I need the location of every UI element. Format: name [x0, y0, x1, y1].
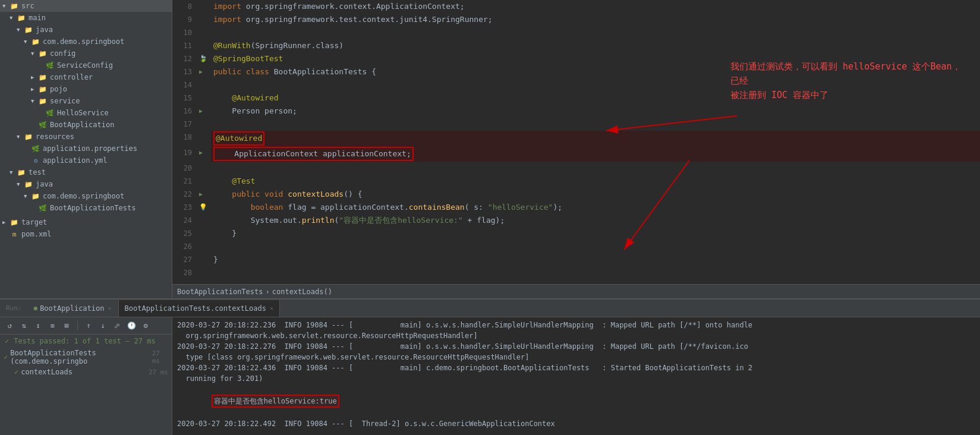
sidebar-item-bootapplication[interactable]: 🌿 BootApplication: [0, 119, 172, 131]
suite-label: BootApplicationTests (com.demo.springbo: [10, 349, 148, 365]
settings-button[interactable]: ⚙: [140, 320, 152, 332]
code-content[interactable]: 8 import org.springframework.context.App…: [172, 0, 980, 284]
sidebar-item-app-yml[interactable]: ⚙ application.yml: [0, 155, 172, 166]
sidebar-item-serviceconfig[interactable]: 🌿 ServiceConfig: [0, 59, 172, 71]
arrow-service: ▼: [31, 98, 38, 104]
console-output[interactable]: 2020-03-27 20:18:22.236 INFO 19084 --- […: [172, 317, 980, 435]
code-editor-area: 8 import org.springframework.context.App…: [172, 0, 980, 298]
code-line-14: 14: [172, 78, 980, 92]
code-line-13: 13 ▶ public class BootApplicationTests {: [172, 65, 980, 78]
line-number-10: 10: [172, 26, 199, 39]
sidebar-label-main: main: [29, 14, 46, 22]
tab-close-boot[interactable]: ✕: [108, 305, 112, 311]
filter-button[interactable]: ≡: [46, 320, 58, 332]
sidebar-item-service[interactable]: ▼ 📁 service: [0, 95, 172, 107]
sidebar-label-java: java: [36, 26, 53, 34]
folder-icon-service: 📁: [38, 96, 48, 106]
sidebar-item-boottests[interactable]: 🌿 BootApplicationTests: [0, 202, 172, 214]
arrow-pojo: ▶: [31, 86, 38, 92]
tab-boot-application[interactable]: ● BootApplication ✕: [28, 300, 118, 317]
history-button[interactable]: 🕐: [125, 320, 137, 332]
code-line-16: 16 ▶ Person person;: [172, 105, 980, 118]
run-gutter-icon-22[interactable]: ▶: [199, 191, 203, 197]
line-code-27: }: [211, 253, 980, 266]
sidebar-label-java2: java: [36, 180, 53, 188]
line-code-24: System.out.println("容器中是否包含helloService:…: [211, 214, 980, 227]
folder-icon-resources: 📁: [24, 132, 33, 141]
sidebar-item-controller[interactable]: ▶ 📁 controller: [0, 71, 172, 83]
line-number-27: 27: [172, 253, 199, 266]
tab-label-tests: BootApplicationTests.contextLoads: [125, 304, 266, 313]
check-icon: ✓: [5, 337, 9, 345]
sidebar-item-src[interactable]: ▼ 📁 src: [0, 0, 172, 12]
code-line-25: 25 }: [172, 227, 980, 240]
line-number-14: 14: [172, 78, 199, 92]
arrow-java: ▼: [17, 27, 24, 33]
gutter-28: [199, 266, 211, 279]
gutter-14: [199, 78, 211, 92]
export-button[interactable]: ⬀: [111, 320, 123, 332]
expand-button[interactable]: ⊞: [61, 320, 73, 332]
bottom-content: ↺ ⇅ ↕ ≡ ⊞ ↑ ↓ ⬀ 🕐 ⚙ ✓ Tests passed: 1 of…: [0, 317, 980, 435]
code-line-19: 19 ▶ ApplicationContext applicationConte…: [172, 146, 980, 162]
sort-alpha-button[interactable]: ↕: [32, 320, 44, 332]
test-suite-item[interactable]: ✓ BootApplicationTests (com.demo.springb…: [0, 348, 172, 367]
java-icon-boottests: 🌿: [38, 203, 48, 213]
sidebar-label-boottests: BootApplicationTests: [50, 204, 136, 212]
sidebar-item-pom[interactable]: m pom.xml: [0, 228, 172, 240]
tab-label-boot: BootApplication: [40, 304, 104, 313]
highlighted-output: 容器中是否包含helloService:true: [212, 395, 339, 408]
console-line-5: 2020-03-27 20:18:22.436 INFO 19084 --- […: [177, 363, 975, 373]
tab-close-tests[interactable]: ✕: [270, 305, 273, 311]
line-code-11: @RunWith(SpringRunner.class): [211, 39, 980, 52]
arrow-resources: ▼: [17, 134, 24, 140]
sidebar-item-resources[interactable]: ▼ 📁 resources: [0, 131, 172, 143]
code-line-23: 23 💡 boolean flag = applicationContext.c…: [172, 201, 980, 214]
code-line-26: 26: [172, 240, 980, 253]
code-line-27: 27 }: [172, 253, 980, 266]
sidebar-item-target[interactable]: ▶ 📁 target: [0, 216, 172, 228]
code-line-15: 15 @Autowired: [172, 92, 980, 105]
yaml-icon-app-yml: ⚙: [31, 156, 40, 165]
sidebar-item-helloservice[interactable]: 🌿 HelloService: [0, 107, 172, 119]
sidebar-item-main[interactable]: ▼ 📁 main: [0, 12, 172, 24]
sidebar-item-com-demo[interactable]: ▼ 📁 com.demo.springboot: [0, 36, 172, 48]
run-gutter-icon-16[interactable]: ▶: [199, 108, 203, 114]
sidebar-item-com-demo2[interactable]: ▼ 📁 com.demo.springboot: [0, 190, 172, 202]
test-panel-left: ↺ ⇅ ↕ ≡ ⊞ ↑ ↓ ⬀ 🕐 ⚙ ✓ Tests passed: 1 of…: [0, 317, 172, 435]
line-number-11: 11: [172, 39, 199, 52]
rerun-button[interactable]: ↺: [4, 320, 15, 332]
tab-boot-tests[interactable]: BootApplicationTests.contextLoads ✕: [118, 300, 280, 317]
console-line-6: running for 3.201): [177, 373, 975, 384]
line-number-24: 24: [172, 214, 199, 227]
line-code-28: [211, 266, 980, 279]
sidebar-label-pojo: pojo: [50, 85, 67, 93]
sidebar-label-target: target: [21, 218, 47, 226]
sidebar-item-java[interactable]: ▼ 📁 java: [0, 24, 172, 36]
run-gutter-icon-19[interactable]: ▶: [199, 149, 203, 156]
down-button[interactable]: ↓: [97, 320, 109, 332]
gutter-9: [199, 13, 211, 26]
run-label: Run:: [2, 304, 26, 312]
line-number-9: 9: [172, 13, 199, 26]
line-code-17: [211, 118, 980, 131]
line-number-26: 26: [172, 240, 199, 253]
sort-by-time-button[interactable]: ⇅: [18, 320, 30, 332]
sidebar-item-config[interactable]: ▼ 📁 config: [0, 48, 172, 59]
folder-icon-pojo: 📁: [38, 84, 48, 94]
test-method-item[interactable]: ✓ contextLoads 27 ms: [0, 367, 172, 377]
sidebar-item-app-props[interactable]: 🌿 application.properties: [0, 143, 172, 155]
xml-icon-pom: m: [10, 229, 19, 239]
run-gutter-icon-13[interactable]: ▶: [199, 68, 203, 75]
suite-time: 27 ms: [152, 349, 168, 365]
sidebar-item-test[interactable]: ▼ 📁 test: [0, 166, 172, 178]
code-line-12: 12 🍃 @SpringBootTest: [172, 52, 980, 65]
console-line-highlighted: 容器中是否包含helloService:true: [177, 384, 975, 418]
suite-check-icon: ✓: [4, 353, 8, 361]
sidebar-item-pojo[interactable]: ▶ 📁 pojo: [0, 83, 172, 95]
gutter-19: ▶: [199, 146, 211, 162]
line-code-18: @Autowired: [211, 131, 980, 146]
up-button[interactable]: ↑: [83, 320, 94, 332]
line-code-21: @Test: [211, 175, 980, 188]
sidebar-item-java2[interactable]: ▼ 📁 java: [0, 178, 172, 190]
